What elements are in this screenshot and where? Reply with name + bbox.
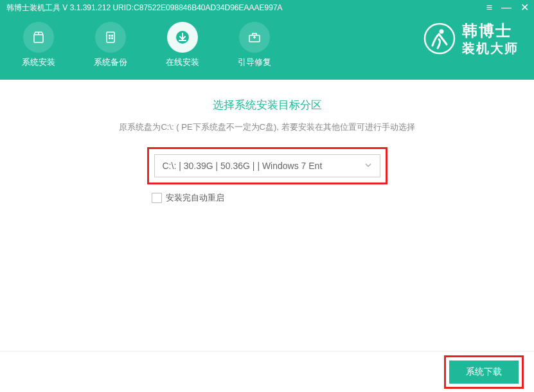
download-icon (167, 22, 198, 53)
tab-label: 引导修复 (238, 57, 271, 68)
toolbox-icon (239, 22, 270, 53)
tab-boot-repair[interactable]: 引导修复 (226, 19, 283, 68)
chevron-down-icon (364, 160, 372, 172)
svg-rect-0 (34, 35, 43, 42)
partition-highlight: C:\: | 30.39G | 50.36G | | Windows 7 Ent (147, 147, 387, 184)
tab-online-install[interactable]: 在线安装 (154, 19, 211, 68)
document-icon (95, 22, 126, 53)
box-icon (23, 22, 54, 53)
tab-label: 系统安装 (22, 57, 55, 68)
close-icon[interactable]: ✕ (521, 3, 529, 13)
auto-restart-checkbox[interactable] (152, 193, 162, 203)
auto-restart-label: 安装完自动重启 (166, 192, 224, 204)
svg-rect-6 (111, 37, 113, 39)
download-button-label: 系统下载 (466, 366, 502, 378)
menu-icon[interactable]: ≡ (486, 3, 492, 13)
download-button[interactable]: 系统下载 (449, 361, 519, 384)
logo-line2: 装机大师 (462, 40, 519, 56)
section-title: 选择系统安装目标分区 (13, 98, 521, 112)
tab-label: 在线安装 (166, 57, 199, 68)
svg-rect-3 (109, 35, 111, 37)
svg-rect-4 (111, 35, 113, 37)
tab-label: 系统备份 (94, 57, 127, 68)
logo-line1: 韩博士 (462, 22, 519, 40)
partition-select[interactable]: C:\: | 30.39G | 50.36G | | Windows 7 Ent (154, 154, 380, 177)
logo-icon (423, 22, 456, 55)
logo: 韩博士 装机大师 (423, 22, 519, 56)
tab-system-install[interactable]: 系统安装 (10, 19, 67, 68)
tab-system-backup[interactable]: 系统备份 (82, 19, 139, 68)
download-highlight: 系统下载 (444, 355, 524, 389)
svg-rect-5 (109, 37, 111, 39)
svg-point-13 (440, 30, 444, 34)
hint-text: 原系统盘为C:\: ( PE下系统盘不一定为C盘), 若要安装在其他位置可进行手… (13, 121, 521, 133)
app-title: 韩博士装机工具 V 3.1.391.212 URID:C87522E098846… (6, 3, 283, 13)
partition-value: C:\: | 30.39G | 50.36G | | Windows 7 Ent (163, 161, 323, 171)
minimize-icon[interactable]: — (501, 3, 512, 13)
